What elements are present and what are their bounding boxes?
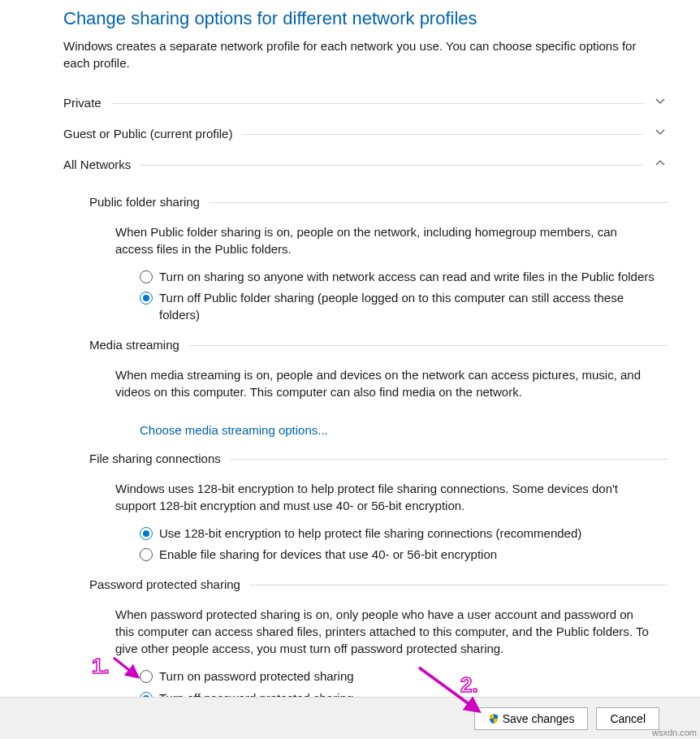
chevron-down-icon [653,127,668,140]
radio-label: Turn on sharing so anyone with network a… [159,269,655,285]
subsection-public-folder: Public folder sharing When Public folder… [89,195,668,323]
password-desc: When password protected sharing is on, o… [115,606,651,657]
public-folder-title: Public folder sharing [89,195,200,209]
save-button-label: Save changes [503,712,575,725]
radio-label: Turn on password protected sharing [159,668,354,685]
uac-shield-icon [488,713,499,724]
section-private[interactable]: Private [63,88,668,119]
radio-icon [140,292,153,305]
divider [231,459,668,460]
divider [250,585,668,586]
cancel-button[interactable]: Cancel [596,707,659,730]
radio-public-on[interactable]: Turn on sharing so anyone with network a… [140,269,659,285]
radio-icon [140,527,153,540]
radio-public-off[interactable]: Turn off Public folder sharing (people l… [140,290,659,323]
radio-icon [140,270,153,283]
subsection-media-streaming: Media streaming When media streaming is … [89,338,668,437]
section-guest-label: Guest or Public (current profile) [63,127,232,140]
page-title: Change sharing options for different net… [63,8,668,29]
media-desc: When media streaming is on, people and d… [115,366,651,400]
page-description: Windows creates a separate network profi… [63,37,648,71]
cancel-button-label: Cancel [610,712,646,725]
file-sharing-desc: Windows uses 128-bit encryption to help … [115,480,651,514]
radio-password-on[interactable]: Turn on password protected sharing [140,668,659,685]
section-all-label: All Networks [63,158,131,171]
radio-label: Use 128-bit encryption to help protect f… [159,525,581,542]
section-all-networks[interactable]: All Networks [63,149,668,180]
divider [140,165,643,166]
section-private-label: Private [63,96,102,110]
chevron-up-icon [653,158,668,171]
password-title: Password protected sharing [89,577,240,591]
divider [189,345,668,346]
file-sharing-title: File sharing connections [89,452,221,465]
save-changes-button[interactable]: Save changes [474,707,589,730]
subsection-file-sharing: File sharing connections Windows uses 12… [89,452,668,564]
watermark: wsxdn.com [652,728,697,737]
media-title: Media streaming [89,338,179,352]
public-folder-desc: When Public folder sharing is on, people… [115,223,651,257]
radio-label: Turn off Public folder sharing (people l… [159,290,659,323]
divider [210,202,668,203]
radio-icon [140,548,153,561]
media-options-link[interactable]: Choose media streaming options... [140,423,328,437]
radio-128bit[interactable]: Use 128-bit encryption to help protect f… [140,525,659,542]
footer-bar: Save changes Cancel [0,697,700,739]
radio-icon [140,670,153,683]
divider [111,103,643,104]
section-guest-public[interactable]: Guest or Public (current profile) [63,119,668,149]
subsection-password-sharing: Password protected sharing When password… [89,577,668,707]
divider [242,134,643,135]
chevron-down-icon [653,96,668,110]
radio-40-56bit[interactable]: Enable file sharing for devices that use… [140,547,659,563]
radio-label: Enable file sharing for devices that use… [159,547,497,563]
